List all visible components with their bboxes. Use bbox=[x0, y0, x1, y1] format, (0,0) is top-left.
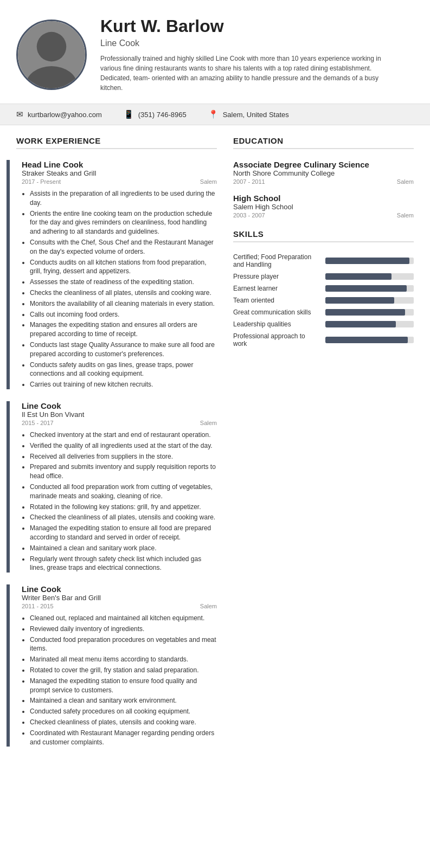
bullet-item: Conducted all food preparation work from… bbox=[30, 483, 217, 501]
job-bullets: Cleaned out, replaced and maintained all… bbox=[30, 614, 217, 747]
skill-bar-background bbox=[325, 258, 414, 264]
bullet-item: Verified the quality of all ingredients … bbox=[30, 441, 217, 451]
job-meta: 2017 - Present Salem bbox=[22, 178, 217, 185]
skill-bar-background bbox=[325, 285, 414, 292]
education-title: EDUCATION bbox=[233, 136, 414, 149]
email-icon: ✉ bbox=[16, 110, 23, 119]
job-period: 2017 - Present bbox=[22, 178, 61, 185]
contact-email: ✉ kurtbarlow@yahoo.com bbox=[16, 110, 102, 119]
bullet-item: Rotated to cover the grill, fry station … bbox=[30, 666, 217, 675]
job-period: 2011 - 2015 bbox=[22, 603, 54, 609]
job-location: Salem bbox=[200, 603, 217, 609]
bullet-item: Conducts safety audits on gas lines, gre… bbox=[30, 361, 217, 379]
skill-row: Pressure player bbox=[233, 273, 414, 280]
skill-bar-background bbox=[325, 337, 414, 343]
bullet-item: Assesses the state of readiness of the e… bbox=[30, 278, 217, 287]
contact-phone: 📱 (351) 746-8965 bbox=[124, 110, 187, 119]
bullet-item: Rotated in the following key stations: g… bbox=[30, 503, 217, 512]
work-experience-title: WORK EXPERIENCE bbox=[16, 136, 217, 149]
bullet-item: Prepared and submits inventory and suppl… bbox=[30, 462, 217, 481]
job-meta: 2015 - 2017 Salem bbox=[22, 420, 217, 426]
education-item: Associate Degree Culinary Science North … bbox=[233, 160, 414, 185]
edu-location: Salem bbox=[397, 178, 414, 185]
bullet-item: Conducted safety procedures on all cooki… bbox=[30, 707, 217, 716]
skill-bar-background bbox=[325, 309, 414, 316]
education-item: High School Salem High School 2003 - 200… bbox=[233, 194, 414, 218]
bullet-item: Assists in the preparation of all ingred… bbox=[30, 189, 217, 208]
bullet-item: Checked cleanliness of plates, utensils … bbox=[30, 718, 217, 727]
edu-school: North Shore Community College bbox=[233, 169, 414, 177]
skill-label: Earnest learner bbox=[233, 285, 320, 292]
header-section: Kurt W. Barlow Line Cook Professionally … bbox=[0, 0, 430, 104]
bullet-item: Monitors the availability of all cleanin… bbox=[30, 299, 217, 308]
job-item: Line Cook Writer Ben's Bar and Grill 201… bbox=[16, 584, 217, 747]
skill-label: Professional approach to work bbox=[233, 332, 320, 348]
bullet-item: Received all deliveries from suppliers i… bbox=[30, 452, 217, 461]
skill-label: Leadership qualities bbox=[233, 320, 320, 328]
edu-meta: 2007 - 2011 Salem bbox=[233, 178, 414, 185]
skill-row: Team oriented bbox=[233, 297, 414, 304]
skill-bar-fill bbox=[325, 321, 396, 327]
job-item: Line Cook Il Est Un Bon Vivant 2015 - 20… bbox=[16, 401, 217, 573]
skill-bar-background bbox=[325, 273, 414, 280]
job-title: Head Line Cook bbox=[22, 160, 217, 169]
job-location: Salem bbox=[200, 178, 217, 185]
bullet-item: Maintained a clean and sanitary work env… bbox=[30, 696, 217, 705]
job-period: 2015 - 2017 bbox=[22, 420, 54, 426]
bullet-item: Managed the expediting station to ensure… bbox=[30, 677, 217, 695]
bullet-item: Checks the cleanliness of all plates, ut… bbox=[30, 288, 217, 298]
profile-photo bbox=[18, 21, 85, 88]
edu-degree: High School bbox=[233, 194, 414, 203]
skill-bar-fill bbox=[325, 285, 407, 292]
skill-label: Pressure player bbox=[233, 273, 320, 280]
skill-bar-fill bbox=[325, 309, 405, 316]
job-location: Salem bbox=[200, 420, 217, 426]
job-title: Line Cook bbox=[22, 584, 217, 594]
contact-bar: ✉ kurtbarlow@yahoo.com 📱 (351) 746-8965 … bbox=[0, 104, 430, 125]
skill-bar-fill bbox=[325, 337, 408, 343]
bullet-item: Managed the expediting station to ensure… bbox=[30, 524, 217, 542]
candidate-title: Line Cook bbox=[100, 38, 382, 48]
job-bullets: Assists in the preparation of all ingred… bbox=[30, 189, 217, 389]
job-company: Straker Steaks and Grill bbox=[22, 169, 217, 177]
candidate-name: Kurt W. Barlow bbox=[100, 16, 382, 36]
right-column: EDUCATION Associate Degree Culinary Scie… bbox=[233, 136, 414, 758]
bullet-item: Regularly went through safety check list… bbox=[30, 555, 217, 573]
skills-section: SKILLS Certified; Food Preparation and H… bbox=[233, 229, 414, 348]
skill-bar-fill bbox=[325, 297, 394, 304]
bullet-item: Manages the expediting station and ensur… bbox=[30, 320, 217, 339]
contact-location: 📍 Salem, United States bbox=[208, 110, 289, 119]
skill-row: Professional approach to work bbox=[233, 332, 414, 348]
job-accent-bar bbox=[7, 160, 10, 389]
bullet-item: Conducted food preparation procedures on… bbox=[30, 635, 217, 654]
skill-label: Great communication skills bbox=[233, 308, 320, 316]
bullet-item: Consults with the Chef, Sous Chef and th… bbox=[30, 238, 217, 256]
bullet-item: Checked inventory at the start and end o… bbox=[30, 430, 217, 440]
edu-period: 2003 - 2007 bbox=[233, 212, 265, 218]
skill-bar-background bbox=[325, 321, 414, 327]
edu-degree: Associate Degree Culinary Science bbox=[233, 160, 414, 169]
bullet-item: Calls out incoming food orders. bbox=[30, 310, 217, 319]
bullet-item: Cleaned out, replaced and maintained all… bbox=[30, 614, 217, 623]
edu-location: Salem bbox=[397, 212, 414, 218]
bullet-item: Coordinated with Restaurant Manager rega… bbox=[30, 729, 217, 747]
skill-bar-fill bbox=[325, 258, 409, 264]
skill-row: Earnest learner bbox=[233, 285, 414, 292]
skill-label: Team oriented bbox=[233, 297, 320, 304]
bullet-item: Maintained a clean and sanitary work pla… bbox=[30, 544, 217, 553]
work-experience-section: WORK EXPERIENCE Head Line Cook Straker S… bbox=[16, 136, 217, 758]
job-item: Head Line Cook Straker Steaks and Grill … bbox=[16, 160, 217, 389]
edu-meta: 2003 - 2007 Salem bbox=[233, 212, 414, 218]
bullet-item: Checked the cleanliness of all plates, u… bbox=[30, 513, 217, 522]
job-company: Writer Ben's Bar and Grill bbox=[22, 594, 217, 602]
job-bullets: Checked inventory at the start and end o… bbox=[30, 430, 217, 573]
edu-period: 2007 - 2011 bbox=[233, 178, 265, 185]
skill-row: Certified; Food Preparation and Handling bbox=[233, 253, 414, 268]
job-accent-bar bbox=[7, 584, 10, 747]
bullet-item: Conducts last stage Quality Assurance to… bbox=[30, 340, 217, 359]
job-company: Il Est Un Bon Vivant bbox=[22, 410, 217, 419]
edu-school: Salem High School bbox=[233, 203, 414, 211]
bullet-item: Marinated all meat menu items according … bbox=[30, 655, 217, 664]
candidate-bio: Professionally trained and highly skille… bbox=[100, 54, 382, 93]
job-title: Line Cook bbox=[22, 401, 217, 410]
